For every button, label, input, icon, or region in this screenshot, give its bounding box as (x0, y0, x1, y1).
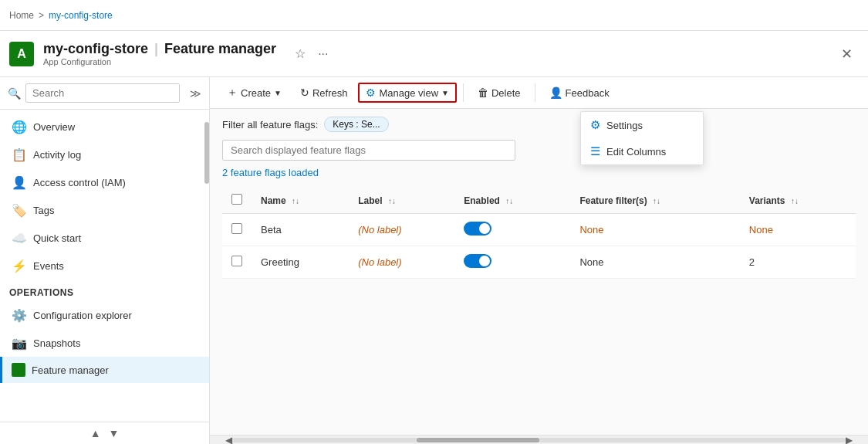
content-inner: Filter all feature flags: Keys : Se... 2… (210, 109, 868, 435)
sidebar-item-events[interactable]: ⚡ Events (0, 252, 209, 280)
enabled-sort-icon: ↑↓ (505, 197, 513, 205)
feedback-icon: 👤 (549, 86, 562, 99)
operations-section-header: Operations (0, 280, 209, 301)
search-input[interactable] (25, 83, 180, 103)
sidebar-item-label: Tags (33, 205, 54, 216)
name-sort-icon: ↑↓ (292, 197, 299, 205)
sidebar-bottom: ▲ ▼ (0, 422, 209, 444)
col-label-label: Label (358, 195, 382, 206)
col-name-label: Name (261, 195, 286, 206)
cell-label-beta: (No label) (349, 214, 454, 246)
sidebar-item-label: Activity log (33, 149, 81, 161)
sidebar-item-snapshots[interactable]: 📷 Snapshots (0, 329, 209, 357)
col-variants-label: Variants (749, 195, 785, 206)
cell-enabled-greeting[interactable] (454, 246, 570, 279)
toggle-beta[interactable] (464, 222, 491, 236)
create-dropdown-icon: ▼ (274, 89, 282, 97)
th-enabled[interactable]: Enabled ↑↓ (454, 188, 570, 214)
toggle-greeting[interactable] (464, 254, 491, 268)
events-icon: ⚡ (12, 258, 27, 273)
row-checkbox-greeting[interactable] (222, 246, 252, 279)
sidebar-collapse-button[interactable]: ≫ (190, 87, 201, 100)
sidebar-item-feature-manager[interactable]: Feature manager (0, 357, 209, 383)
title-bar: A my-config-store | Feature manager App … (0, 31, 868, 77)
manage-view-label: Manage view (379, 87, 438, 99)
flags-loaded-text: 2 feature flags loaded (222, 167, 856, 178)
feature-flags-search[interactable] (222, 140, 515, 161)
th-feature-filters[interactable]: Feature filter(s) ↑↓ (570, 188, 739, 214)
content-area: ＋ Create ▼ ↻ Refresh ⚙ Manage view ▼ 🗑 D… (210, 77, 868, 444)
refresh-label: Refresh (312, 87, 348, 99)
scroll-left-button[interactable]: ◀ (225, 435, 232, 445)
sidebar-search-area: 🔍 ≫ (0, 77, 209, 110)
scroll-right-button[interactable]: ▶ (846, 435, 853, 445)
select-all-checkbox[interactable] (231, 194, 242, 205)
refresh-icon: ↻ (300, 86, 309, 99)
settings-icon: ⚙ (590, 118, 600, 132)
edit-columns-label: Edit Columns (606, 146, 666, 158)
row-check-greeting[interactable] (231, 256, 242, 266)
sidebar-item-config-explorer[interactable]: ⚙️ Configuration explorer (0, 301, 209, 329)
sidebar-item-tags[interactable]: 🏷️ Tags (0, 196, 209, 224)
sidebar-item-quick-start[interactable]: ☁️ Quick start (0, 224, 209, 252)
label-sort-icon: ↑↓ (388, 197, 396, 205)
refresh-button[interactable]: ↻ Refresh (292, 83, 356, 103)
th-select-all[interactable] (222, 188, 252, 214)
tags-icon: 🏷️ (12, 202, 27, 218)
cell-label-greeting: (No label) (349, 246, 454, 279)
row-variants-greeting: 2 (749, 256, 755, 268)
more-options-button[interactable]: ··· (315, 44, 331, 64)
table-row: Beta (No label) None None (222, 214, 856, 246)
create-label: Create (241, 87, 271, 99)
scrollbar-thumb[interactable] (417, 438, 539, 442)
delete-icon: 🗑 (478, 86, 488, 99)
feedback-button[interactable]: 👤 Feedback (542, 83, 617, 103)
create-button[interactable]: ＋ Create ▼ (219, 82, 289, 103)
manage-view-icon: ⚙ (366, 86, 376, 99)
dropdown-item-edit-columns[interactable]: ☰ Edit Columns (581, 138, 703, 164)
manage-view-button[interactable]: ⚙ Manage view ▼ (358, 83, 457, 103)
sidebar-item-overview[interactable]: 🌐 Overview (0, 113, 209, 141)
row-filters-greeting: None (579, 256, 603, 268)
sidebar-item-activity-log[interactable]: 📋 Activity log (0, 141, 209, 168)
sidebar-item-label: Access control (IAM) (33, 177, 126, 188)
scroll-down-button[interactable]: ▼ (109, 427, 120, 439)
cell-name-greeting[interactable]: Greeting (252, 246, 349, 279)
feature-flags-table: Name ↑↓ Label ↑↓ Enabled ↑↓ Feature fi (222, 188, 856, 279)
row-filters-beta: None (579, 224, 603, 236)
sidebar-item-label: Events (33, 260, 64, 272)
close-button[interactable]: ✕ (835, 42, 859, 66)
cell-name-beta[interactable]: Beta (252, 214, 349, 246)
title-actions: ☆ ··· (292, 43, 331, 64)
th-variants[interactable]: Variants ↑↓ (740, 188, 856, 214)
table-row: Greeting (No label) None 2 (222, 246, 856, 279)
app-icon: A (9, 42, 34, 66)
th-name[interactable]: Name ↑↓ (252, 188, 349, 214)
cell-variants-beta: None (740, 214, 856, 246)
settings-label: Settings (606, 120, 643, 131)
toolbar: ＋ Create ▼ ↻ Refresh ⚙ Manage view ▼ 🗑 D… (210, 77, 868, 109)
create-icon: ＋ (227, 86, 238, 100)
scrollbar-track[interactable] (232, 438, 846, 442)
row-check-beta[interactable] (231, 223, 242, 234)
filter-tag[interactable]: Keys : Se... (324, 117, 388, 132)
cell-enabled-beta[interactable] (454, 214, 570, 246)
cell-variants-greeting: 2 (740, 246, 856, 279)
dropdown-item-settings[interactable]: ⚙ Settings (581, 112, 703, 138)
row-name-greeting: Greeting (261, 256, 299, 268)
delete-label: Delete (491, 87, 521, 99)
breadcrumb-home[interactable]: Home (9, 10, 34, 21)
scroll-up-button[interactable]: ▲ (90, 427, 101, 439)
row-checkbox-beta[interactable] (222, 214, 252, 246)
sidebar-scrollbar-thumb (204, 122, 209, 184)
main-layout: 🔍 ≫ 🌐 Overview 📋 Activity log 👤 Access c… (0, 77, 868, 444)
th-label[interactable]: Label ↑↓ (349, 188, 454, 214)
filter-row: Filter all feature flags: Keys : Se... (222, 117, 856, 132)
feature-manager-icon (12, 363, 25, 377)
favorite-button[interactable]: ☆ (292, 43, 309, 64)
sidebar-item-access-control[interactable]: 👤 Access control (IAM) (0, 168, 209, 196)
delete-button[interactable]: 🗑 Delete (470, 83, 529, 103)
row-name-beta: Beta (261, 224, 282, 236)
col-enabled-label: Enabled (464, 195, 500, 206)
breadcrumb-current[interactable]: my-config-store (49, 10, 113, 21)
